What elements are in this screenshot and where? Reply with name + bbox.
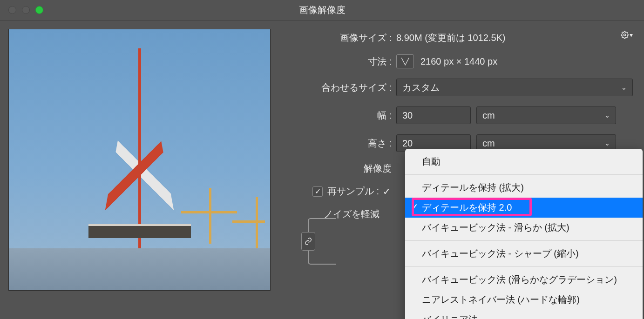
gear-icon[interactable]: ▾ (621, 29, 633, 41)
chevron-down-icon: ⌄ (621, 84, 627, 91)
height-label: 高さ : (315, 137, 396, 150)
height-unit-value: cm (482, 138, 495, 149)
resample-checkbox[interactable]: ✓ (312, 186, 323, 197)
resample-method-dropdown[interactable]: 自動 ディテールを保持 (拡大) ディテールを保持 2.0 バイキュービック法 … (405, 149, 643, 319)
titlebar: 画像解像度 (0, 0, 644, 20)
resample-label: 再サンプル : (327, 185, 379, 198)
fit-to-selected: カスタム (402, 81, 440, 94)
check-icon: ✓ (383, 186, 391, 197)
width-row: 幅 : 30 cm ⌄ (315, 106, 633, 124)
width-label: 幅 : (315, 109, 396, 122)
dropdown-item-bicubic-sharper[interactable]: バイキュービック法 - シャープ (縮小) (405, 244, 643, 264)
traffic-lights (0, 6, 43, 14)
width-input[interactable]: 30 (396, 106, 471, 124)
dimensions-unit-toggle[interactable]: ╲╱ (396, 54, 414, 68)
dropdown-item-preserve-details-2[interactable]: ディテールを保持 2.0 (405, 198, 643, 218)
image-size-value: 8.90M (変更前は 1012.5K) (396, 32, 506, 44)
svg-point-0 (624, 34, 625, 36)
dropdown-item-bilinear[interactable]: バイリニア法 (405, 310, 643, 319)
image-preview-panel (0, 20, 271, 319)
window-title: 画像解像度 (299, 4, 346, 16)
dropdown-item-auto[interactable]: 自動 (405, 152, 643, 172)
chevron-down-icon: ⌄ (604, 140, 610, 147)
dropdown-item-bicubic-smoother[interactable]: バイキュービック法 - 滑らか (拡大) (405, 218, 643, 238)
dropdown-separator (405, 240, 643, 241)
image-size-label: 画像サイズ : (285, 32, 396, 44)
dimensions-row: 寸法 : ╲╱ 2160 px × 1440 px (285, 54, 633, 68)
dropdown-separator (405, 174, 643, 175)
fit-to-row: 合わせるサイズ : カスタム ⌄ (285, 79, 633, 96)
chevron-down-icon: ⌄ (604, 112, 610, 119)
dropdown-item-preserve-details-enlarge[interactable]: ディテールを保持 (拡大) (405, 178, 643, 198)
fit-to-label: 合わせるサイズ : (285, 81, 396, 94)
dropdown-item-nearest[interactable]: ニアレストネイバー法 (ハードな輪郭) (405, 290, 643, 310)
dropdown-separator (405, 266, 643, 267)
width-unit-select[interactable]: cm ⌄ (476, 106, 616, 124)
fit-to-select[interactable]: カスタム ⌄ (396, 79, 633, 96)
link-constrain-bracket (308, 218, 336, 265)
window-minimize-button[interactable] (22, 6, 30, 14)
image-preview[interactable] (8, 29, 271, 291)
dropdown-item-bicubic[interactable]: バイキュービック法 (滑らかなグラデーション) (405, 270, 643, 290)
image-size-row: 画像サイズ : 8.90M (変更前は 1012.5K) (285, 32, 633, 44)
window-close-button[interactable] (8, 6, 16, 14)
dimensions-value: 2160 px × 1440 px (420, 56, 497, 67)
link-constrain-toggle[interactable] (301, 232, 315, 251)
dimensions-label: 寸法 : (285, 55, 396, 68)
width-unit-value: cm (482, 110, 495, 121)
window-maximize-button[interactable] (35, 6, 43, 14)
resolution-label: 解像度 (285, 162, 396, 175)
